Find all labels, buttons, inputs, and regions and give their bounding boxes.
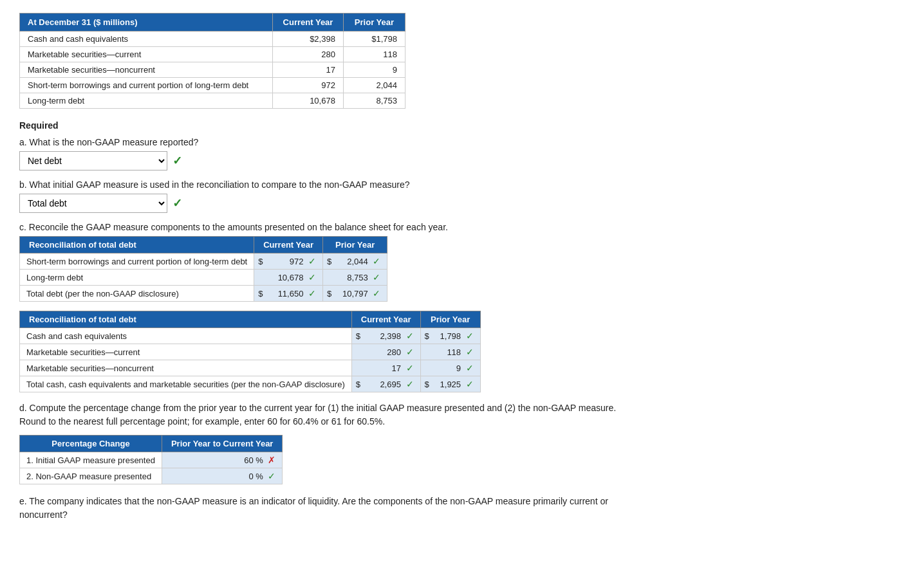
table-row: Short-term borrowings and current portio… — [20, 253, 387, 270]
row-prior: $1,798 — [343, 32, 405, 47]
check-icon: ✓ — [308, 256, 316, 266]
col-header-description: At December 31 ($ millions) — [20, 14, 273, 32]
row-label: Marketable securities—current — [20, 47, 273, 62]
question-a-text: a. What is the non-GAAP measure reported… — [19, 137, 624, 147]
question-b-select[interactable]: Total debtNet debtOther — [19, 194, 167, 213]
check-icon: ✓ — [406, 363, 414, 373]
recon1-header-current: Current Year — [254, 237, 323, 253]
recon-table-1: Reconciliation of total debt Current Yea… — [19, 236, 387, 302]
prior-val: 1,798 ✓ — [434, 328, 481, 344]
dollar-cell: $ — [254, 253, 268, 270]
current-val: 280 ✓ — [365, 344, 420, 360]
row-label: Short-term borrowings and current portio… — [20, 253, 254, 270]
recon2-header-prior: Prior Year — [420, 311, 480, 328]
table-row: Cash and cash equivalents $ 2,398 ✓ $ 1,… — [20, 328, 481, 344]
row-current: 972 — [273, 78, 344, 93]
check-icon: ✓ — [373, 272, 380, 282]
empty-dollar — [420, 360, 434, 376]
check-icon: ✓ — [406, 347, 414, 357]
check-icon: ✓ — [373, 288, 380, 299]
empty-dollar — [254, 270, 268, 286]
check-icon: ✓ — [373, 256, 380, 266]
empty-dollar — [351, 360, 365, 376]
question-d-text: d. Compute the percentage change from th… — [19, 401, 624, 428]
required-label: Required — [19, 120, 624, 131]
check-icon: ✓ — [406, 379, 414, 389]
row-label: Total cash, cash equivalents and marketa… — [20, 376, 352, 392]
pct-row-label: 1. Initial GAAP measure presented — [20, 452, 162, 468]
prior-val: 8,753 ✓ — [336, 270, 387, 286]
row-label: Total debt (per the non-GAAP disclosure) — [20, 286, 254, 302]
check-icon: ✓ — [466, 347, 474, 357]
current-val: 2,398 ✓ — [365, 328, 420, 344]
prior-val: 2,044 ✓ — [336, 253, 387, 270]
dollar-cell: $ — [420, 376, 434, 392]
row-label: Short-term borrowings and current portio… — [20, 78, 273, 93]
check-icon: ✓ — [466, 331, 474, 341]
prior-val: 9 ✓ — [434, 360, 481, 376]
prior-val: 118 ✓ — [434, 344, 481, 360]
check-icon: ✓ — [308, 272, 316, 282]
question-b-row: Total debtNet debtOther ✓ — [19, 194, 624, 213]
table-row: Cash and cash equivalents $2,398 $1,798 — [20, 32, 406, 47]
check-icon: ✓ — [466, 379, 474, 389]
recon2-header-left: Reconciliation of total debt — [20, 311, 352, 328]
pct-row-value: 60 % ✗ — [162, 452, 282, 468]
table-row: Long-term debt 10,678 ✓ 8,753 ✓ — [20, 270, 387, 286]
table-row: Short-term borrowings and current portio… — [20, 78, 406, 93]
balance-sheet-table: At December 31 ($ millions) Current Year… — [19, 13, 406, 109]
row-label: Cash and cash equivalents — [20, 328, 352, 344]
row-current: 10,678 — [273, 93, 344, 109]
pct-row-label: 2. Non-GAAP measure presented — [20, 468, 162, 484]
row-prior: 9 — [343, 62, 405, 78]
question-b-text: b. What initial GAAP measure is used in … — [19, 179, 624, 190]
row-prior: 2,044 — [343, 78, 405, 93]
question-c-text: c. Reconcile the GAAP measure components… — [19, 222, 624, 232]
current-val: 10,678 ✓ — [267, 270, 322, 286]
pct-table: Percentage Change Prior Year to Current … — [19, 435, 283, 484]
row-prior: 8,753 — [343, 93, 405, 109]
current-val: 972 ✓ — [267, 253, 322, 270]
recon1-header-prior: Prior Year — [323, 237, 387, 253]
check-icon: ✓ — [308, 288, 316, 299]
prior-val: 10,797 ✓ — [336, 286, 387, 302]
row-current: $2,398 — [273, 32, 344, 47]
check-icon: ✓ — [406, 331, 414, 341]
current-val: 11,650 ✓ — [267, 286, 322, 302]
question-a-check: ✓ — [172, 154, 182, 168]
row-label: Cash and cash equivalents — [20, 32, 273, 47]
prior-val: 1,925 ✓ — [434, 376, 481, 392]
question-a-select[interactable]: Net debtTotal debtOther — [19, 151, 167, 170]
row-prior: 118 — [343, 47, 405, 62]
recon1-header-left: Reconciliation of total debt — [20, 237, 254, 253]
table-row: Marketable securities—current 280 118 — [20, 47, 406, 62]
pct-row-value: 0 % ✓ — [162, 468, 282, 484]
dollar-cell: $ — [351, 376, 365, 392]
row-current: 17 — [273, 62, 344, 78]
current-val: 2,695 ✓ — [365, 376, 420, 392]
table-row: 2. Non-GAAP measure presented 0 % ✓ — [20, 468, 283, 484]
row-label: Marketable securities—current — [20, 344, 352, 360]
col-header-current: Current Year — [273, 14, 344, 32]
table-row: Marketable securities—current 280 ✓ 118 … — [20, 344, 481, 360]
table-row: Total debt (per the non-GAAP disclosure)… — [20, 286, 387, 302]
table-row: Marketable securities—noncurrent 17 ✓ 9 … — [20, 360, 481, 376]
check-icon: ✓ — [466, 363, 474, 373]
row-label: Marketable securities—noncurrent — [20, 360, 352, 376]
recon-table-2: Reconciliation of total debt Current Yea… — [19, 311, 481, 392]
table-row: Total cash, cash equivalents and marketa… — [20, 376, 481, 392]
table-row: 1. Initial GAAP measure presented 60 % ✗ — [20, 452, 283, 468]
empty-dollar — [323, 270, 337, 286]
dollar-cell: $ — [323, 253, 337, 270]
check-icon: ✓ — [268, 471, 275, 481]
cross-icon: ✗ — [268, 455, 275, 465]
table-row: Marketable securities—noncurrent 17 9 — [20, 62, 406, 78]
table-row: Long-term debt 10,678 8,753 — [20, 93, 406, 109]
pct-header-col: Prior Year to Current Year — [162, 436, 282, 452]
dollar-cell: $ — [254, 286, 268, 302]
empty-dollar — [351, 344, 365, 360]
row-label: Marketable securities—noncurrent — [20, 62, 273, 78]
col-header-prior: Prior Year — [343, 14, 405, 32]
row-current: 280 — [273, 47, 344, 62]
empty-dollar — [420, 344, 434, 360]
